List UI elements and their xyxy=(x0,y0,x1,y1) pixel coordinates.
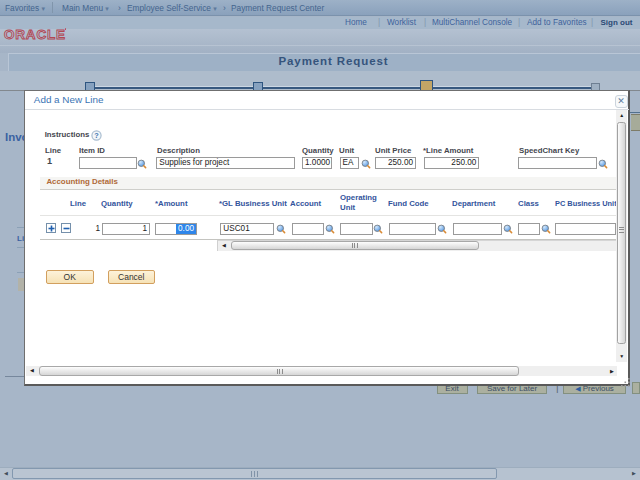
svg-text:?: ? xyxy=(95,131,100,140)
